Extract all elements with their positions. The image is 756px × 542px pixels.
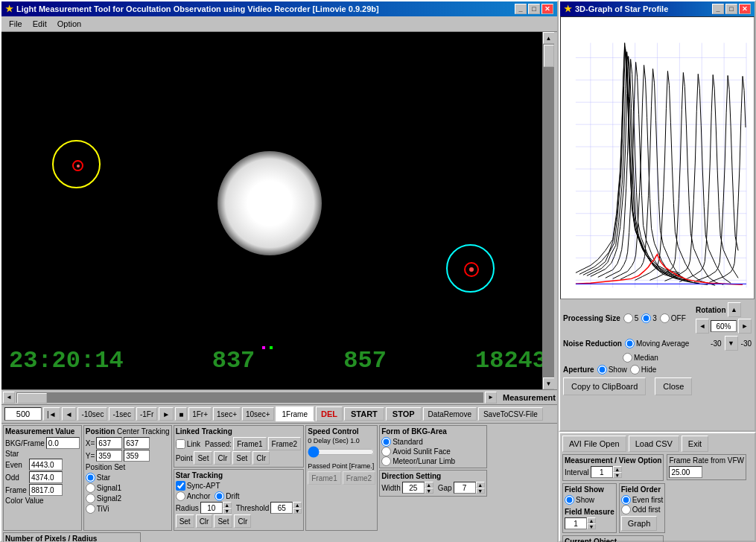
radius-down-btn[interactable]: ▼ [223,508,232,514]
radio-signal1[interactable]: Signal1 [86,483,170,493]
menu-edit[interactable]: Edit [28,18,51,30]
interval-down-btn[interactable]: ▼ [613,472,622,478]
exit-btn[interactable]: Exit [682,436,708,452]
clr2-btn[interactable]: Clr [252,451,270,465]
set1-btn[interactable]: Set [194,451,212,465]
interval-up-btn[interactable]: ▲ [613,466,622,472]
maximize-btn[interactable]: □ [528,4,540,14]
rotation-value[interactable] [711,320,737,332]
odd-first-radio[interactable]: Odd first [621,505,664,514]
even-value[interactable] [29,459,63,471]
radio-star[interactable]: Star [86,473,170,482]
aperture-show-radio[interactable]: Show [597,365,627,374]
field-measure-input[interactable] [565,517,587,529]
stop-btn[interactable]: STOP [386,407,422,421]
odd-value[interactable] [29,471,63,483]
frame1-linked-btn[interactable]: Frame1 [233,437,266,450]
nav-minus1fr-btn[interactable]: -1Fr [136,407,157,421]
width-input[interactable] [402,482,425,494]
data-remove-btn[interactable]: DataRemove [423,407,477,421]
anchor-radio[interactable]: Anchor [176,491,211,501]
nav-plus1fr-btn[interactable]: 1Fr+ [188,407,212,421]
minimize-btn[interactable]: _ [515,4,527,14]
sizeOFF-radio[interactable]: OFF [660,313,686,323]
close-btn[interactable]: ✕ [541,4,553,14]
save-csv-btn[interactable]: SaveToCSV-File [478,407,543,421]
close-graph-btn[interactable]: Close [655,377,692,395]
del-btn[interactable]: DEL [316,406,343,421]
current-frame-input[interactable] [4,407,42,421]
field-measure-up-btn[interactable]: ▲ [587,517,596,523]
set2-btn[interactable]: Set [232,451,251,465]
menu-option[interactable]: Option [53,18,86,30]
bkg-frame-value[interactable] [46,437,80,449]
nav-plus1sec-btn[interactable]: 1sec+ [213,407,241,421]
rotation-down-btn[interactable]: ▼ [725,336,738,351]
video-vscrollbar[interactable]: ▲ ▼ [542,32,554,389]
radio-meteor[interactable]: Meteor/Lunar Limb [381,456,484,466]
radio-standard[interactable]: Standard [381,437,484,447]
even-first-radio[interactable]: Even first [621,495,664,505]
hscroll-thumb[interactable] [17,393,47,404]
frame2-linked-btn[interactable]: Frame2 [268,437,301,450]
aperture-hide-radio[interactable]: Hide [630,365,657,374]
y-value2[interactable] [124,450,150,462]
width-down-btn[interactable]: ▼ [425,488,433,494]
gap-up-btn[interactable]: ▲ [476,482,485,488]
clr1-btn[interactable]: Clr [214,451,231,465]
interval-input[interactable] [591,466,613,478]
speed-frame2-btn[interactable]: Frame2 [343,471,375,485]
graph-close-btn[interactable]: ✕ [739,4,751,14]
x-value2[interactable] [124,437,150,449]
load-csv-btn[interactable]: Load CSV [629,436,679,452]
frame-value[interactable] [29,484,63,496]
scroll-up-btn[interactable]: ▲ [543,32,555,44]
y-value1[interactable] [96,450,122,462]
graph-btn[interactable]: Graph [621,516,658,531]
gap-input[interactable] [454,482,476,494]
speed-frame1-btn[interactable]: Frame1 [308,471,340,485]
link-checkbox[interactable]: Link [176,439,200,449]
hscroll-left-btn[interactable]: ◄ [3,392,15,404]
avi-open-btn[interactable]: AVI File Open [562,436,626,452]
nav-plus10sec-btn[interactable]: 10sec+ [242,407,274,421]
nav-stop-btn[interactable]: ■ [175,407,187,421]
scroll-down-btn[interactable]: ▼ [543,377,555,389]
median-radio[interactable]: Median [623,353,658,363]
speed-slider[interactable] [308,446,375,458]
rotation-left-btn[interactable]: ◄ [696,319,709,334]
st-set2-btn[interactable]: Set [214,514,232,528]
start-btn[interactable]: START [344,407,384,421]
x-value1[interactable] [96,437,122,449]
width-up-btn[interactable]: ▲ [425,482,433,488]
rotation-up-btn[interactable]: ▲ [728,302,741,317]
nav-prev-btn[interactable]: ◄ [62,407,77,421]
size5-radio[interactable]: 5 [623,313,639,323]
graph-maximize-btn[interactable]: □ [725,4,737,14]
threshold-down-btn[interactable]: ▼ [293,508,302,514]
radius-up-btn[interactable]: ▲ [223,502,232,508]
st-set-btn[interactable]: Set [176,514,194,528]
hscroll-right-btn[interactable]: ► [485,392,497,404]
nav-play-btn[interactable]: ► [159,407,174,421]
radio-tivi[interactable]: TiVi [86,504,170,514]
st-clr-btn[interactable]: Clr [196,514,213,528]
nav-minus1sec-btn[interactable]: -1sec [109,407,134,421]
frame-rate-value[interactable] [669,466,702,478]
frame1-tab[interactable]: 1Frame [276,406,314,421]
sync-apt-checkbox[interactable]: Sync-APT [176,481,220,491]
radio-avoidSunlit[interactable]: Avoid Sunlit Face [381,447,484,456]
menu-file[interactable]: File [4,18,27,30]
threshold-input[interactable] [270,502,293,514]
st-clr2-btn[interactable]: Clr [234,514,251,528]
field-show-radio[interactable]: Show [565,495,614,505]
radio-signal2[interactable]: Signal2 [86,494,170,503]
rotation-right-btn[interactable]: ► [738,319,752,334]
scroll-thumb[interactable] [544,45,554,67]
gap-down-btn[interactable]: ▼ [476,488,485,494]
field-measure-down-btn[interactable]: ▼ [587,523,596,529]
threshold-up-btn[interactable]: ▲ [293,502,302,508]
copy-clipboard-btn[interactable]: Copy to ClipBoard [563,377,646,395]
nav-minus10sec-btn[interactable]: -10sec [77,407,107,421]
graph-minimize-btn[interactable]: _ [712,4,724,14]
